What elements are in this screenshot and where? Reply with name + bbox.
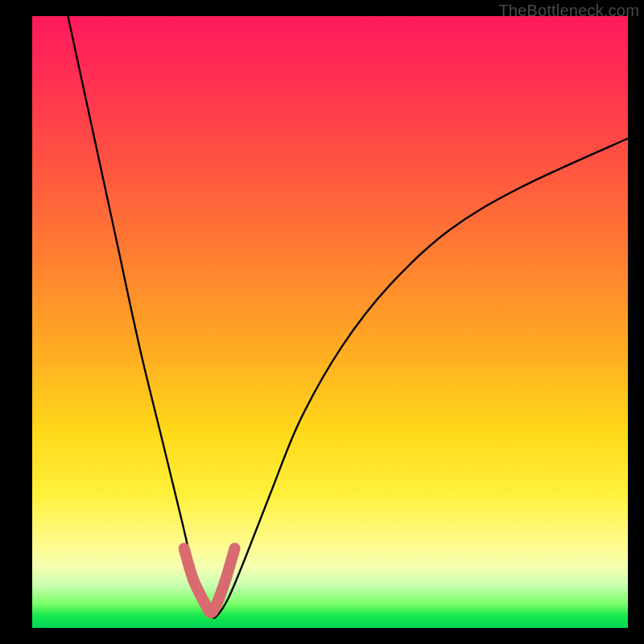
plot-area [32, 16, 628, 628]
optimal-zone-highlight [184, 548, 235, 613]
bottleneck-curve [68, 16, 628, 618]
curve-layer [32, 16, 628, 628]
chart-frame: TheBottleneck.com [0, 0, 644, 644]
